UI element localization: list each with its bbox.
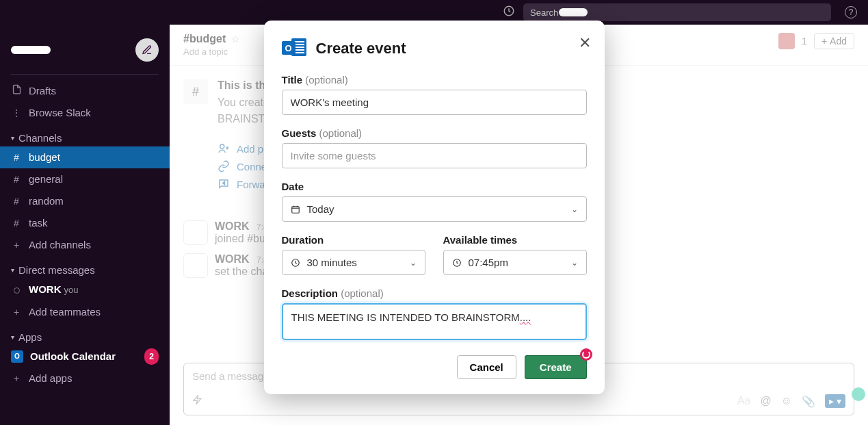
clock-icon [452,258,462,268]
cancel-button[interactable]: Cancel [457,355,516,379]
modal-backdrop: O Create event ✕ Title (optional) Guests… [0,0,868,425]
clock-icon [291,258,300,268]
svg-rect-2 [291,206,299,212]
duration-label: Duration [282,234,425,246]
close-icon[interactable]: ✕ [579,34,591,52]
guests-label: Guests (optional) [282,127,587,139]
available-label: Available times [443,234,587,246]
description-input[interactable]: THIS MEETING IS INTENDED TO BRAINSTORM..… [282,303,587,340]
chevron-down-icon: ⌄ [410,258,417,268]
date-label: Date [282,181,587,192]
title-label: Title (optional) [282,74,587,86]
calendar-icon [291,205,300,214]
loading-indicator [580,348,592,361]
chevron-down-icon: ⌄ [571,205,578,214]
available-select[interactable]: 07:45pm ⌄ [443,250,587,275]
modal-title: Create event [316,40,406,57]
guests-input[interactable] [282,143,587,168]
chevron-down-icon: ⌄ [571,258,578,268]
title-input[interactable] [282,90,587,115]
create-button[interactable]: Create [525,355,587,379]
duration-select[interactable]: 30 minutes ⌄ [282,250,425,275]
date-select[interactable]: Today ⌄ [282,196,587,222]
create-event-modal: O Create event ✕ Title (optional) Guests… [264,21,605,394]
outlook-calendar-icon: O [282,36,306,62]
description-label: Description (optional) [282,287,587,299]
